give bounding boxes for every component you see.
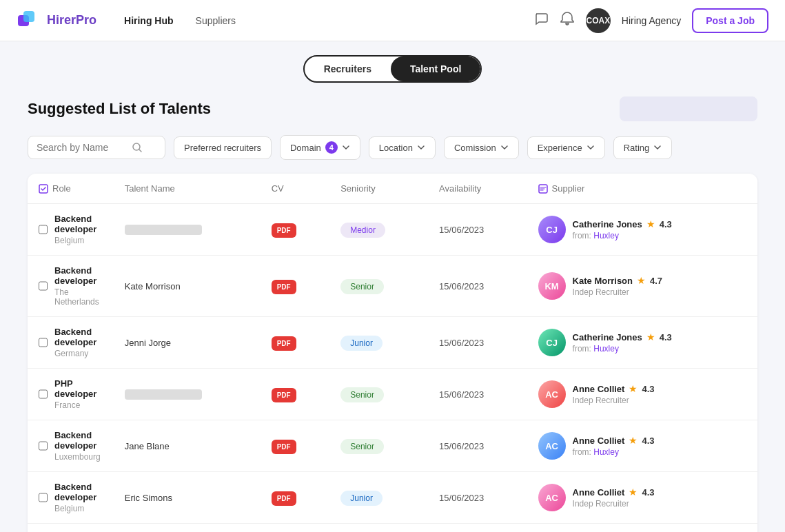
user-avatar[interactable]: COAX bbox=[586, 8, 611, 33]
star-icon: ★ bbox=[629, 487, 638, 498]
supplier-name-row: Anne Colliet ★ 4.3 bbox=[573, 435, 655, 446]
supplier-info: Anne Colliet ★ 4.3 Indep Recruiter bbox=[573, 487, 655, 509]
supplier-info: Anne Colliet ★ 4.3 from: Huxley bbox=[573, 435, 655, 457]
role-location: Belgium bbox=[54, 504, 103, 513]
talent-name: Kate Morrison bbox=[125, 281, 181, 291]
col-availability-header: Availability bbox=[428, 174, 527, 204]
cell-seniority: Senior bbox=[329, 369, 428, 420]
location-filter[interactable]: Location bbox=[369, 136, 436, 159]
row-checkbox[interactable] bbox=[39, 492, 48, 503]
cell-role: Backend developer Germany bbox=[28, 317, 114, 369]
supplier-name: Anne Colliet bbox=[573, 384, 625, 394]
table-row: PHP developer France ██████████ PDF Seni… bbox=[28, 369, 757, 420]
supplier-name-row: Anne Colliet ★ 4.3 bbox=[573, 383, 655, 394]
pdf-badge[interactable]: PDF bbox=[272, 388, 296, 402]
supplier-link[interactable]: Huxley bbox=[593, 231, 619, 241]
supplier-name: Catherine Jones bbox=[573, 219, 642, 229]
talent-name: Jenni Jorge bbox=[125, 338, 171, 348]
search-input[interactable] bbox=[37, 142, 126, 153]
search-icon bbox=[132, 142, 143, 153]
seniority-badge: Junior bbox=[340, 491, 383, 506]
bell-icon bbox=[560, 11, 575, 26]
cell-cv[interactable]: PDF bbox=[261, 256, 330, 317]
supplier-name-row: Catherine Jones ★ 4.3 bbox=[573, 218, 672, 229]
cell-talent-name: Claire Lake bbox=[114, 524, 261, 533]
supplier-from: Indep Recruiter bbox=[573, 499, 655, 509]
tab-recruiters[interactable]: Recruiters bbox=[305, 57, 391, 81]
cell-cv[interactable]: PDF bbox=[261, 369, 330, 420]
cell-cv[interactable]: PDF bbox=[261, 204, 330, 256]
experience-filter[interactable]: Experience bbox=[527, 136, 605, 159]
cell-role: PHP developer France bbox=[28, 369, 114, 420]
cell-cv[interactable]: PDF bbox=[261, 472, 330, 524]
supplier-link[interactable]: Huxley bbox=[593, 344, 619, 354]
nav-hiring-hub[interactable]: Hiring Hub bbox=[124, 15, 174, 26]
star-icon: ★ bbox=[646, 331, 655, 342]
post-job-button[interactable]: Post a Job bbox=[692, 8, 768, 33]
availability-date: 15/06/2023 bbox=[439, 338, 484, 348]
preferred-recruiters-filter[interactable]: Preferred recruiters bbox=[174, 136, 272, 159]
notification-icon-button[interactable] bbox=[560, 11, 575, 30]
availability-date: 15/06/2023 bbox=[439, 225, 484, 235]
row-checkbox[interactable] bbox=[39, 224, 48, 235]
main-content: Suggested List of Talents Preferred recr… bbox=[0, 83, 785, 532]
role-location: Belgium bbox=[54, 236, 103, 245]
supplier-name: Anne Colliet bbox=[573, 487, 625, 498]
commission-label: Comission bbox=[454, 143, 496, 153]
pdf-badge[interactable]: PDF bbox=[272, 336, 296, 351]
domain-filter[interactable]: Domain 4 bbox=[280, 135, 360, 160]
cell-cv[interactable]: PDF bbox=[261, 524, 330, 533]
pdf-badge[interactable]: PDF bbox=[272, 280, 296, 294]
pdf-badge[interactable]: PDF bbox=[272, 440, 296, 454]
supplier-info: Anne Colliet ★ 4.3 Indep Recruiter bbox=[573, 383, 655, 405]
nav-suppliers[interactable]: Suppliers bbox=[196, 15, 236, 26]
supplier-avatar: AC bbox=[538, 432, 566, 460]
row-checkbox[interactable] bbox=[39, 280, 48, 291]
search-box[interactable] bbox=[28, 136, 165, 159]
supplier-icon bbox=[538, 184, 548, 194]
talent-name: Eric Simons bbox=[125, 493, 172, 503]
supplier-cell: CJ Catherine Jones ★ 4.3 from: Huxley bbox=[538, 216, 746, 243]
pdf-badge[interactable]: PDF bbox=[272, 223, 296, 238]
supplier-name: Kate Morrison bbox=[573, 276, 633, 286]
role-title: Backend developer bbox=[54, 430, 103, 451]
chat-icon bbox=[533, 11, 549, 26]
table-row: Backend developer Germany Jenni Jorge PD… bbox=[28, 317, 757, 369]
star-icon: ★ bbox=[646, 218, 655, 229]
rating-filter[interactable]: Rating bbox=[613, 136, 673, 159]
cell-availability: 15/06/2023 bbox=[428, 420, 527, 472]
supplier-rating: 4.3 bbox=[642, 487, 654, 498]
agency-name: Hiring Agency bbox=[622, 15, 681, 26]
filters-row: Preferred recruiters Domain 4 Location C… bbox=[28, 135, 757, 160]
avatar-initials: COAX bbox=[586, 16, 610, 25]
svg-rect-1 bbox=[23, 11, 34, 22]
cell-availability: 15/06/2023 bbox=[428, 256, 527, 317]
chat-icon-button[interactable] bbox=[533, 11, 549, 30]
cell-supplier: KM Kate Morrison ★ 4.7 Indep Recruiter bbox=[527, 256, 757, 317]
row-checkbox[interactable] bbox=[39, 389, 48, 400]
pdf-badge[interactable]: PDF bbox=[272, 491, 296, 506]
logo[interactable]: HirerPro bbox=[17, 8, 96, 33]
location-chevron-icon bbox=[417, 143, 425, 152]
supplier-avatar: CJ bbox=[538, 329, 566, 356]
role-cell: Backend developer The Netherlands bbox=[54, 265, 103, 307]
row-checkbox[interactable] bbox=[39, 440, 48, 451]
cell-cv[interactable]: PDF bbox=[261, 420, 330, 472]
supplier-rating: 4.3 bbox=[642, 384, 654, 394]
row-checkbox[interactable] bbox=[39, 337, 48, 348]
cell-supplier: BS Bella Samph ★ 4.3 from: Contrast bbox=[527, 524, 757, 533]
supplier-rating: 4.3 bbox=[660, 332, 672, 342]
page-header: Suggested List of Talents bbox=[28, 96, 757, 121]
supplier-name-row: Catherine Jones ★ 4.3 bbox=[573, 331, 672, 342]
tabs-pill: Recruiters Talent Pool bbox=[303, 55, 482, 83]
cell-cv[interactable]: PDF bbox=[261, 317, 330, 369]
commission-filter[interactable]: Comission bbox=[444, 136, 519, 159]
supplier-link[interactable]: Huxley bbox=[593, 447, 619, 457]
role-cell: Backend developer Germany bbox=[54, 327, 103, 358]
seniority-badge: Senior bbox=[340, 439, 384, 454]
role-location: Luxembourg bbox=[54, 452, 103, 462]
cell-supplier: CJ Catherine Jones ★ 4.3 from: Huxley bbox=[527, 317, 757, 369]
tab-talent-pool[interactable]: Talent Pool bbox=[391, 57, 480, 81]
domain-label: Domain bbox=[290, 143, 321, 153]
supplier-cell: CJ Catherine Jones ★ 4.3 from: Huxley bbox=[538, 329, 746, 356]
